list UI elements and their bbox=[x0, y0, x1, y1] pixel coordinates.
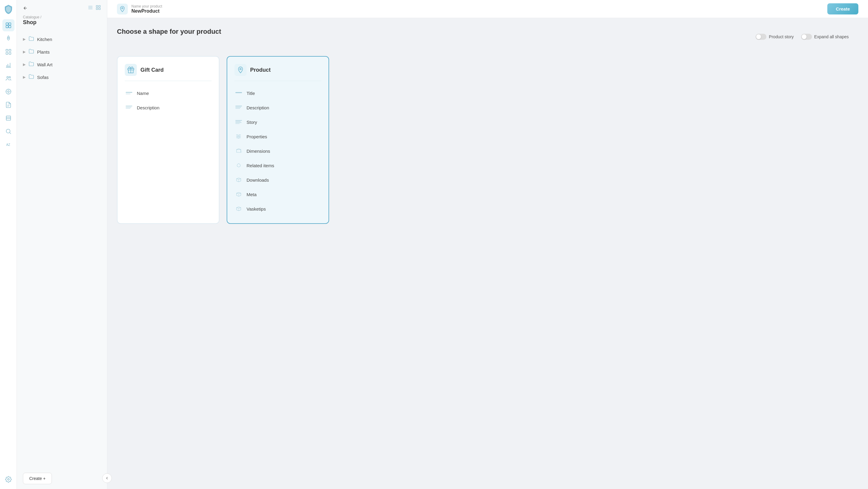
nav-item-label: Sofas bbox=[37, 75, 49, 80]
product-field-related: Related items bbox=[235, 158, 321, 173]
nav-panel: Catalogue / Shop ▶ Kitchen ▶ Plants ▶ bbox=[17, 0, 107, 489]
nav-panel-footer: Create + bbox=[17, 468, 107, 489]
gift-card-field-name: Name bbox=[125, 86, 212, 100]
create-footer-button[interactable]: Create + bbox=[23, 473, 52, 484]
gift-card-shape[interactable]: Gift Card Name bbox=[117, 56, 219, 224]
breadcrumb: Catalogue / bbox=[23, 15, 101, 19]
title-icon bbox=[235, 89, 243, 97]
list-view-icon[interactable] bbox=[88, 5, 93, 11]
product-field-story: Story bbox=[235, 115, 321, 129]
product-field-downloads: Downloads bbox=[235, 173, 321, 187]
svg-point-9 bbox=[7, 76, 8, 78]
nav-tree-item-plants[interactable]: ▶ Plants bbox=[17, 45, 107, 58]
svg-rect-20 bbox=[99, 5, 100, 7]
dimensions-label: Dimensions bbox=[247, 149, 270, 154]
svg-rect-22 bbox=[99, 8, 100, 10]
story-icon bbox=[235, 118, 243, 126]
related-label: Related items bbox=[247, 163, 274, 168]
product-name-label: Name your product bbox=[131, 4, 162, 8]
view-icons bbox=[88, 5, 101, 11]
svg-point-12 bbox=[7, 91, 9, 93]
nav-analytics[interactable] bbox=[2, 59, 14, 71]
nav-layers[interactable] bbox=[2, 112, 14, 124]
nav-document[interactable] bbox=[2, 99, 14, 111]
nav-tree-item-kitchen[interactable]: ▶ Kitchen bbox=[17, 33, 107, 45]
content-header: Choose a shape for your product Product … bbox=[117, 28, 858, 36]
nav-settings-circle[interactable] bbox=[2, 86, 14, 98]
nav-team[interactable] bbox=[2, 72, 14, 84]
downloads-label: Downloads bbox=[247, 177, 269, 183]
create-product-button[interactable]: Create bbox=[827, 3, 858, 14]
svg-point-29 bbox=[240, 68, 241, 70]
folder-icon bbox=[29, 61, 34, 68]
svg-rect-36 bbox=[236, 122, 241, 123]
svg-rect-24 bbox=[126, 92, 132, 93]
nav-item-label: Kitchen bbox=[37, 37, 52, 42]
collapse-panel-button[interactable] bbox=[102, 473, 112, 483]
product-shape[interactable]: Product Title bbox=[227, 56, 329, 224]
nav-catalogue[interactable] bbox=[2, 19, 14, 31]
shapes-container: Gift Card Name bbox=[117, 44, 858, 224]
svg-rect-34 bbox=[236, 120, 242, 121]
gift-card-title: Gift Card bbox=[141, 67, 164, 73]
svg-point-16 bbox=[6, 129, 10, 133]
svg-rect-27 bbox=[126, 107, 131, 107]
svg-rect-19 bbox=[96, 5, 98, 7]
expand-shapes-toggle[interactable] bbox=[801, 34, 812, 40]
nav-item-label: Wall Art bbox=[37, 62, 53, 67]
svg-point-23 bbox=[122, 7, 123, 9]
product-name-icon bbox=[117, 4, 128, 14]
gift-card-icon bbox=[125, 64, 137, 76]
svg-rect-13 bbox=[6, 116, 10, 121]
svg-rect-2 bbox=[6, 26, 8, 28]
grid-view-icon[interactable] bbox=[96, 5, 101, 11]
svg-rect-0 bbox=[6, 23, 8, 25]
back-button[interactable] bbox=[23, 6, 28, 10]
product-story-label: Product story bbox=[769, 34, 794, 39]
chevron-icon: ▶ bbox=[23, 37, 26, 41]
chevron-icon: ▶ bbox=[23, 50, 26, 54]
nav-rocket[interactable] bbox=[2, 33, 14, 44]
icon-sidebar: AZ bbox=[0, 0, 17, 489]
product-field-dimensions: Dimensions bbox=[235, 144, 321, 158]
nav-tree: ▶ Kitchen ▶ Plants ▶ bbox=[17, 30, 107, 468]
name-field-icon bbox=[125, 89, 133, 97]
svg-point-11 bbox=[6, 89, 11, 94]
app-logo bbox=[3, 4, 14, 14]
svg-text:AZ: AZ bbox=[6, 143, 10, 146]
svg-rect-1 bbox=[8, 23, 10, 25]
chevron-icon: ▶ bbox=[23, 75, 26, 79]
toggle-row: Product story Expand all shapes bbox=[755, 34, 849, 40]
title-label: Title bbox=[247, 91, 255, 96]
nav-az[interactable]: AZ bbox=[2, 139, 14, 151]
properties-label: Properties bbox=[247, 134, 267, 139]
nav-tree-item-wall-art[interactable]: ▶ Wall Art bbox=[17, 58, 107, 71]
nav-apps[interactable] bbox=[2, 46, 14, 58]
product-story-toggle[interactable] bbox=[755, 34, 767, 40]
svg-point-18 bbox=[7, 479, 9, 480]
folder-icon bbox=[29, 74, 34, 80]
vasketips-label: Vasketips bbox=[247, 206, 266, 211]
product-field-vasketips: Vasketips bbox=[235, 202, 321, 216]
top-bar: Name your product NewProduct Create bbox=[107, 0, 868, 18]
svg-rect-8 bbox=[9, 53, 10, 54]
gift-card-field-description: Description bbox=[125, 100, 212, 115]
product-field-description: Description bbox=[235, 100, 321, 115]
product-name-text: Name your product NewProduct bbox=[131, 4, 162, 14]
nav-tree-item-sofas[interactable]: ▶ Sofas bbox=[17, 71, 107, 84]
svg-rect-5 bbox=[6, 50, 7, 51]
dimensions-icon bbox=[235, 147, 243, 155]
toggle-product-story: Product story bbox=[755, 34, 794, 40]
product-card-header: Product bbox=[235, 64, 321, 81]
product-field-title: Title bbox=[235, 86, 321, 100]
product-card-icon bbox=[235, 64, 247, 76]
nav-search[interactable] bbox=[2, 125, 14, 137]
svg-rect-32 bbox=[236, 107, 241, 107]
svg-point-10 bbox=[9, 76, 10, 78]
chevron-icon: ▶ bbox=[23, 62, 26, 67]
toggle-expand-shapes: Expand all shapes bbox=[801, 34, 849, 40]
shop-title: Shop bbox=[23, 19, 101, 26]
nav-gear[interactable] bbox=[2, 473, 14, 485]
svg-rect-31 bbox=[236, 106, 242, 106]
svg-rect-35 bbox=[236, 121, 241, 122]
